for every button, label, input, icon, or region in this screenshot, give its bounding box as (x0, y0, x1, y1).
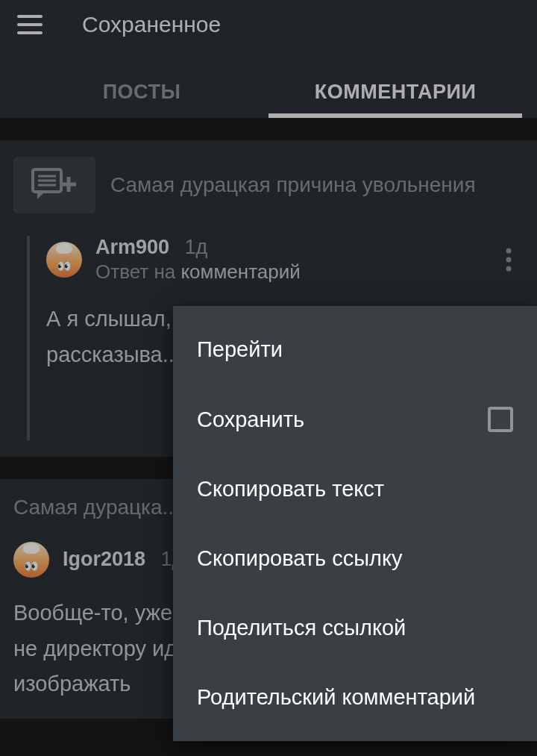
menu-label: Перейти (197, 337, 283, 362)
menu-item-goto[interactable]: Перейти (173, 315, 537, 384)
menu-item-parent-comment[interactable]: Родительский комментарий (173, 663, 537, 732)
menu-label: Сохранить (197, 407, 304, 432)
menu-label: Поделиться ссылкой (197, 616, 406, 640)
menu-item-copy-text[interactable]: Скопировать текст (173, 454, 537, 524)
menu-label: Родительский комментарий (197, 685, 475, 710)
checkbox-icon[interactable] (488, 407, 513, 432)
menu-item-share-link[interactable]: Поделиться ссылкой (173, 593, 537, 663)
menu-item-copy-link[interactable]: Скопировать ссылку (173, 524, 537, 593)
context-menu: Перейти Сохранить Скопировать текст Скоп… (173, 306, 537, 741)
menu-label: Скопировать текст (197, 477, 384, 502)
menu-item-save[interactable]: Сохранить (173, 384, 537, 454)
menu-label: Скопировать ссылку (197, 546, 403, 571)
